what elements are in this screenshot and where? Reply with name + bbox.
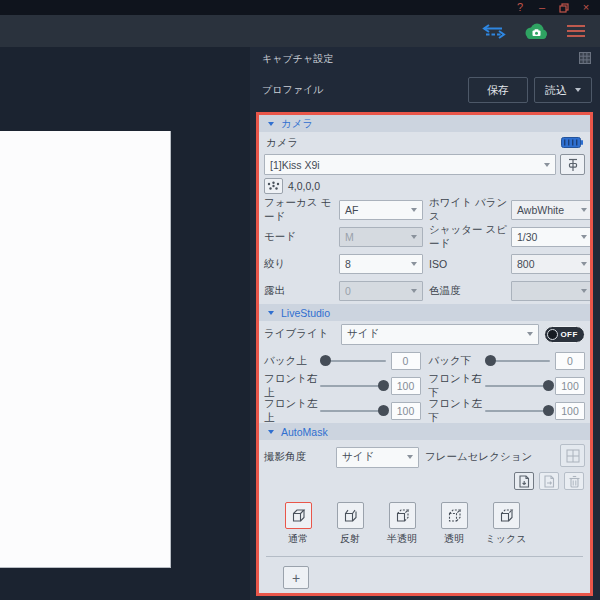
field-row: フォーカス モード AF ホワイト バランス AwbWhite (259, 196, 590, 223)
focus-mode-select[interactable]: AF (339, 200, 423, 220)
mask-type-mix-button[interactable] (493, 502, 520, 529)
section-livestudio[interactable]: LiveStudio (259, 304, 590, 321)
front-top-left-slider[interactable] (320, 405, 386, 416)
camera-select[interactable]: [1]Kiss X9i (264, 154, 556, 175)
white-balance-label: ホワイト バランス (423, 196, 511, 224)
camera-label: カメラ (266, 136, 298, 150)
import-mask-button[interactable] (514, 472, 534, 490)
front-top-right-slider[interactable] (320, 380, 386, 391)
camera-label-row: カメラ (259, 132, 590, 153)
livelight-label: ライブライト (264, 327, 336, 341)
shoot-angle-select[interactable]: サイド (336, 447, 419, 468)
titlebar: ? – × (0, 0, 600, 15)
mask-type-transparent[interactable]: 透明 (439, 502, 469, 546)
remote-release-icon (566, 158, 580, 172)
section-automask[interactable]: AutoMask (259, 423, 590, 440)
load-button[interactable]: 読込 (534, 77, 592, 103)
capture-preview-canvas (0, 131, 171, 568)
mask-type-mix[interactable]: ミックス (491, 502, 521, 546)
profile-row: プロファイル 保存 読込 (250, 71, 600, 109)
aperture-select[interactable]: 8 (339, 254, 423, 274)
document-export-icon (543, 475, 555, 488)
frame-selection-grid-button[interactable] (560, 444, 585, 467)
white-balance-select[interactable]: AwbWhite (511, 200, 593, 220)
save-button[interactable]: 保存 (468, 77, 528, 103)
slider-thumb[interactable] (378, 380, 389, 391)
front-bottom-left-value[interactable]: 100 (555, 402, 585, 420)
chevron-down-icon (411, 235, 417, 239)
color-temp-select[interactable] (511, 281, 593, 301)
toggle-off-label: OFF (561, 330, 578, 339)
section-camera[interactable]: カメラ (259, 115, 590, 132)
section-livestudio-label: LiveStudio (281, 307, 330, 319)
chevron-down-icon (411, 262, 417, 266)
mode-value: M (345, 231, 354, 243)
focus-points-button[interactable] (264, 178, 283, 194)
slider-thumb[interactable] (320, 355, 331, 366)
livelight-value: サイド (347, 327, 379, 341)
exposure-select[interactable]: 0 (339, 281, 423, 301)
front-bottom-right-value[interactable]: 100 (555, 377, 585, 395)
slider-row: バック上 0 バック下 0 (259, 348, 590, 373)
mask-type-normal-button[interactable] (285, 502, 312, 529)
collapse-triangle-icon (268, 122, 274, 126)
livelight-toggle[interactable]: OFF (544, 326, 585, 343)
chevron-down-icon (575, 88, 581, 92)
front-top-left-value[interactable]: 100 (391, 402, 421, 420)
camera-select-row: [1]Kiss X9i (259, 154, 590, 175)
back-bottom-value[interactable]: 0 (555, 352, 585, 370)
shutter-speed-value: 1/30 (517, 231, 537, 243)
front-bottom-right-label: フロント右下 (429, 372, 485, 400)
livelight-select[interactable]: サイド (341, 324, 539, 345)
camera-select-value: [1]Kiss X9i (270, 159, 320, 171)
mask-type-semitransparent[interactable]: 半透明 (387, 502, 417, 546)
menu-button[interactable] (566, 24, 586, 38)
profile-label: プロファイル (262, 83, 468, 97)
exposure-label: 露出 (264, 284, 339, 298)
hamburger-menu-icon (566, 24, 586, 38)
shutter-speed-select[interactable]: 1/30 (511, 227, 593, 247)
restore-button[interactable] (556, 3, 572, 13)
new-profile-button[interactable]: + (283, 566, 309, 589)
back-top-value[interactable]: 0 (391, 352, 421, 370)
mask-type-reflect-button[interactable] (337, 502, 364, 529)
minimize-button[interactable]: – (534, 2, 550, 13)
delete-mask-button[interactable] (564, 472, 584, 490)
chevron-down-icon (544, 163, 550, 167)
mask-type-reflect[interactable]: 反射 (335, 502, 365, 546)
restore-icon (559, 3, 569, 13)
mask-type-semitransparent-button[interactable] (389, 502, 416, 529)
transfer-button[interactable] (482, 22, 506, 40)
slider-thumb[interactable] (543, 405, 554, 416)
mask-type-transparent-button[interactable] (441, 502, 468, 529)
slider-thumb[interactable] (543, 380, 554, 391)
iso-select[interactable]: 800 (511, 254, 593, 274)
slider-row: フロント左上 100 フロント左下 100 (259, 398, 590, 423)
mask-type-row: 通常 反射 半透明 透 (259, 494, 590, 552)
exposure-value: 0 (345, 285, 351, 297)
mode-select[interactable]: M (339, 227, 423, 247)
export-mask-button[interactable] (539, 472, 559, 490)
cloud-capture-button[interactable] (523, 22, 549, 41)
trash-icon (569, 475, 580, 488)
mask-type-normal[interactable]: 通常 (283, 502, 313, 546)
chevron-down-icon (411, 289, 417, 293)
capture-settings-panel: キャプチャ設定 プロファイル 保存 読込 カメラ (250, 47, 600, 600)
layout-grid-button[interactable] (579, 50, 591, 68)
camera-connect-button[interactable] (560, 154, 585, 175)
back-top-slider[interactable] (320, 355, 386, 366)
front-top-right-value[interactable]: 100 (391, 377, 421, 395)
front-bottom-right-slider[interactable] (485, 380, 551, 391)
mask-type-transparent-label: 透明 (444, 532, 464, 546)
chevron-down-icon (581, 235, 587, 239)
slider-thumb[interactable] (485, 355, 496, 366)
focus-points-value: 4,0,0,0 (288, 180, 320, 192)
slider-thumb[interactable] (378, 405, 389, 416)
slider-track (320, 385, 386, 388)
back-bottom-slider[interactable] (485, 355, 551, 366)
back-bottom-label: バック下 (429, 354, 485, 368)
close-button[interactable]: × (578, 2, 594, 13)
help-button[interactable]: ? (512, 2, 528, 13)
front-bottom-left-slider[interactable] (485, 405, 551, 416)
battery-icon (561, 137, 583, 148)
